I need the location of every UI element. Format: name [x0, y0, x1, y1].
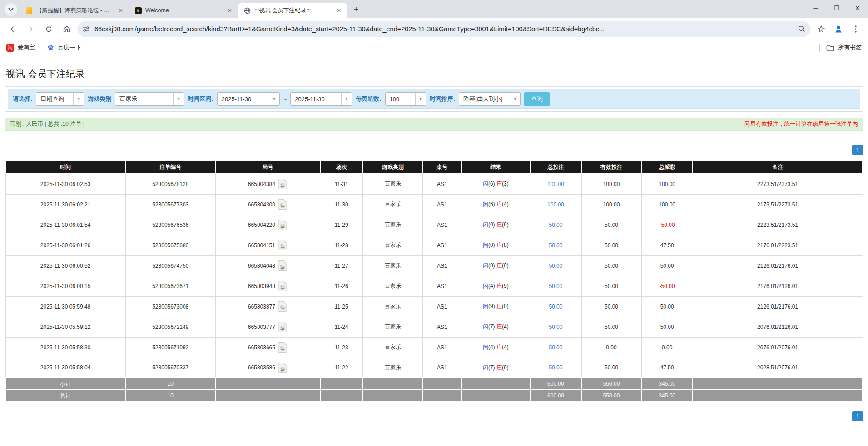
- column-header: 备注: [693, 160, 863, 174]
- filter-panel: 请选择: 日期查询 ▼ 游戏类别 百家乐 ▼ 时间区间: 2025-11-30 …: [5, 86, 863, 112]
- cell-total-bet[interactable]: 50.00: [530, 358, 581, 378]
- cell-result: 闲(8) 庄(0): [461, 255, 530, 276]
- cell-valid-bet: 100.00: [581, 174, 641, 194]
- chevron-down-icon[interactable]: ▼: [341, 93, 352, 105]
- total-bet-link[interactable]: 50.00: [549, 364, 562, 371]
- total-bet-link[interactable]: 50.00: [549, 222, 562, 228]
- cell-time: 2025-11-30 06:01:26: [5, 235, 125, 255]
- bookmark-baidu[interactable]: 百度一下: [47, 44, 81, 52]
- address-bar[interactable]: 66cxkj98.com/game/betrecord_search/kind3…: [77, 21, 811, 37]
- round-snapshot-icon[interactable]: [278, 362, 288, 373]
- payout-value: 0.00: [662, 344, 672, 351]
- reload-button[interactable]: [41, 21, 56, 37]
- url-text[interactable]: 66cxkj98.com/game/betrecord_search/kind3…: [94, 25, 794, 33]
- player-result: 闲: [483, 283, 488, 289]
- round-snapshot-icon[interactable]: [278, 240, 288, 251]
- total-bet-link[interactable]: 50.00: [549, 263, 562, 269]
- cell-total-bet[interactable]: 50.00: [530, 296, 581, 317]
- close-icon[interactable]: ×: [335, 7, 342, 14]
- page-size-select[interactable]: 100 ▼: [385, 92, 426, 106]
- page-content: 视讯 会员下注纪录 请选择: 日期查询 ▼ 游戏类别 百家乐 ▼ 时间区间: 2…: [0, 68, 868, 421]
- payout-value: 50.00: [660, 304, 674, 310]
- chevron-down-icon[interactable]: ▼: [510, 93, 520, 105]
- sort-value: 降幂(由大到小): [459, 93, 510, 105]
- tab-search-button[interactable]: [5, 3, 17, 16]
- cell-total-bet[interactable]: 50.00: [530, 235, 581, 255]
- new-tab-button[interactable]: +: [350, 3, 362, 16]
- home-button[interactable]: [59, 21, 74, 37]
- player-result: 闲: [483, 344, 488, 350]
- tab-forum[interactable]: 【新提醒】海燕策略论坛 - 综合 ×: [20, 3, 129, 18]
- search-button[interactable]: 查询: [524, 92, 550, 106]
- site-info-icon[interactable]: [83, 25, 90, 33]
- cell-total-bet[interactable]: 50.00: [530, 337, 581, 358]
- sort-select[interactable]: 降幂(由大到小) ▼: [459, 92, 521, 106]
- window-close-button[interactable]: ✕: [847, 0, 868, 15]
- tab-title: 【新提醒】海燕策略论坛 - 综合: [36, 7, 114, 15]
- column-header: 时间: [5, 160, 125, 174]
- total-bet-link[interactable]: 50.00: [549, 242, 562, 249]
- round-snapshot-icon[interactable]: [278, 280, 288, 292]
- cell-game-type: 百家乐: [363, 276, 423, 296]
- round-snapshot-icon[interactable]: [278, 178, 288, 190]
- date-start-input[interactable]: 2025-11-30 ▼: [217, 92, 280, 106]
- page-1-button[interactable]: 1: [852, 145, 863, 155]
- round-id: 665803665: [248, 344, 275, 351]
- bookmark-star-button[interactable]: [813, 21, 829, 37]
- column-header: 游戏类别: [363, 160, 423, 174]
- total-bet-link[interactable]: 50.00: [549, 324, 562, 330]
- pagination-top: 1: [5, 145, 863, 155]
- cell-game-type: 百家乐: [363, 317, 423, 337]
- forum-favicon: [25, 7, 33, 14]
- profile-button[interactable]: [831, 21, 846, 37]
- close-icon[interactable]: ×: [226, 7, 233, 14]
- round-snapshot-icon[interactable]: [278, 219, 288, 230]
- payout-value: 100.00: [659, 181, 675, 187]
- cell-total-bet[interactable]: 50.00: [530, 317, 581, 337]
- cell-result: 闲(9) 庄(0): [461, 296, 530, 317]
- chevron-down-icon[interactable]: ▼: [73, 93, 84, 105]
- round-snapshot-icon[interactable]: [278, 199, 288, 210]
- round-snapshot-icon[interactable]: [278, 321, 288, 333]
- cell-total-bet[interactable]: 50.00: [530, 276, 581, 296]
- cell-total-bet[interactable]: 100.00: [530, 194, 581, 215]
- cell-bet-id: 523005674750: [125, 255, 215, 276]
- banker-result: 庄: [496, 344, 502, 350]
- round-snapshot-icon[interactable]: [278, 260, 288, 271]
- minimize-button[interactable]: ─: [805, 0, 826, 15]
- back-button[interactable]: [5, 21, 20, 37]
- tab-bet-records[interactable]: :::视讯 会员下注纪录::: ×: [238, 3, 347, 18]
- chevron-down-icon[interactable]: ▼: [173, 93, 184, 105]
- cell-payout: 50.00: [641, 255, 693, 276]
- round-snapshot-icon[interactable]: [278, 301, 288, 312]
- chevron-down-icon[interactable]: ▼: [269, 93, 279, 105]
- zoom-icon[interactable]: [798, 25, 805, 33]
- cell-session: 11-29: [320, 215, 363, 235]
- query-type-select[interactable]: 日期查询 ▼: [36, 92, 84, 106]
- total-bet-link[interactable]: 100.00: [547, 201, 564, 208]
- cell-total-bet[interactable]: 50.00: [530, 255, 581, 276]
- total-bet-link[interactable]: 50.00: [549, 344, 562, 351]
- date-end-input[interactable]: 2025-11-30 ▼: [290, 92, 352, 106]
- cell-time: 2025-11-30 06:01:54: [5, 215, 125, 235]
- cell-total-bet[interactable]: 50.00: [530, 215, 581, 235]
- round-snapshot-icon[interactable]: [278, 342, 288, 353]
- total-bet-link[interactable]: 50.00: [549, 304, 562, 310]
- tab-welcome[interactable]: ♞ Welcome ×: [129, 3, 238, 18]
- maximize-button[interactable]: ☐: [826, 0, 847, 15]
- menu-button[interactable]: [848, 21, 863, 37]
- cell-table-no: AS1: [423, 255, 461, 276]
- payout-value: -50.00: [660, 222, 675, 228]
- cell-session: 11-26: [320, 276, 363, 296]
- close-icon[interactable]: ×: [117, 7, 124, 14]
- bookmark-taobao[interactable]: 淘 爱淘宝: [6, 44, 35, 52]
- total-bet-link[interactable]: 100.00: [547, 181, 564, 187]
- all-bookmarks-button[interactable]: 所有书签: [826, 44, 862, 52]
- total-bet-link[interactable]: 50.00: [549, 283, 562, 289]
- cell-payout: 100.00: [641, 174, 693, 194]
- cell-total-bet[interactable]: 100.00: [530, 174, 581, 194]
- forward-button[interactable]: [23, 21, 38, 37]
- page-1-button[interactable]: 1: [852, 411, 863, 421]
- game-type-select[interactable]: 百家乐 ▼: [115, 92, 184, 106]
- chevron-down-icon[interactable]: ▼: [415, 93, 426, 105]
